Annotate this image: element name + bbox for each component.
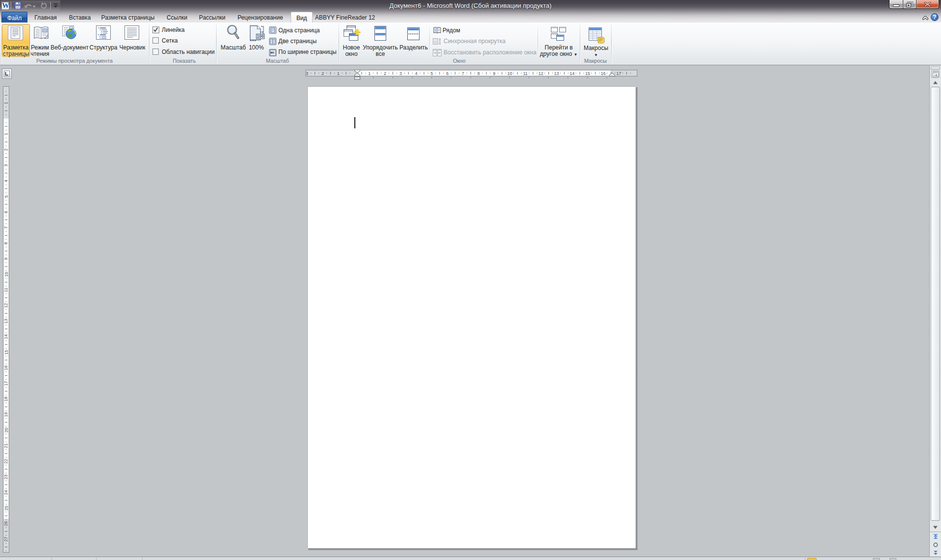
svg-text:1: 1 bbox=[337, 71, 340, 76]
svg-text:2: 2 bbox=[322, 71, 324, 76]
svg-text:27: 27 bbox=[4, 537, 9, 542]
svg-text:21: 21 bbox=[4, 443, 9, 448]
svg-text:15: 15 bbox=[585, 71, 590, 76]
svg-text:11: 11 bbox=[523, 71, 527, 76]
svg-text:14: 14 bbox=[570, 71, 574, 76]
svg-text:19: 19 bbox=[4, 412, 9, 417]
svg-text:16: 16 bbox=[601, 71, 606, 76]
svg-text:26: 26 bbox=[4, 521, 9, 526]
svg-text:4: 4 bbox=[415, 71, 418, 76]
svg-text:7: 7 bbox=[4, 226, 9, 229]
svg-text:14: 14 bbox=[4, 334, 9, 339]
svg-text:6: 6 bbox=[446, 71, 448, 76]
svg-text:12: 12 bbox=[4, 303, 9, 308]
svg-text:7: 7 bbox=[462, 71, 464, 76]
svg-text:20: 20 bbox=[4, 428, 9, 433]
svg-text:24: 24 bbox=[4, 490, 9, 495]
svg-text:2: 2 bbox=[4, 148, 9, 151]
svg-text:9: 9 bbox=[493, 71, 495, 76]
svg-text:5: 5 bbox=[4, 195, 9, 197]
svg-text:3: 3 bbox=[306, 71, 308, 76]
svg-text:100: 100 bbox=[257, 34, 264, 39]
svg-text:12: 12 bbox=[539, 71, 544, 76]
svg-text:16: 16 bbox=[4, 365, 9, 370]
svg-text:6: 6 bbox=[4, 211, 9, 213]
svg-text:2: 2 bbox=[384, 71, 386, 76]
svg-text:5: 5 bbox=[430, 71, 433, 76]
svg-text:25: 25 bbox=[4, 506, 9, 511]
svg-text:1: 1 bbox=[368, 71, 371, 76]
svg-text:3: 3 bbox=[4, 164, 9, 167]
svg-text:1: 1 bbox=[4, 133, 9, 135]
svg-text:23: 23 bbox=[4, 474, 9, 479]
svg-text:4: 4 bbox=[4, 180, 9, 182]
svg-text:10: 10 bbox=[507, 71, 512, 76]
svg-text:8: 8 bbox=[477, 71, 480, 76]
svg-text:3: 3 bbox=[399, 71, 402, 76]
svg-text:15: 15 bbox=[4, 350, 9, 355]
svg-text:17: 17 bbox=[617, 71, 621, 76]
svg-text:18: 18 bbox=[4, 396, 9, 401]
svg-text:1: 1 bbox=[4, 102, 9, 104]
svg-text:17: 17 bbox=[4, 381, 9, 386]
svg-text:8: 8 bbox=[4, 242, 9, 244]
svg-text:22: 22 bbox=[4, 459, 9, 464]
svg-text:13: 13 bbox=[4, 318, 9, 323]
svg-text:11: 11 bbox=[4, 288, 9, 292]
svg-text:13: 13 bbox=[554, 71, 559, 76]
svg-text:10: 10 bbox=[4, 272, 9, 277]
svg-text:9: 9 bbox=[4, 258, 9, 260]
